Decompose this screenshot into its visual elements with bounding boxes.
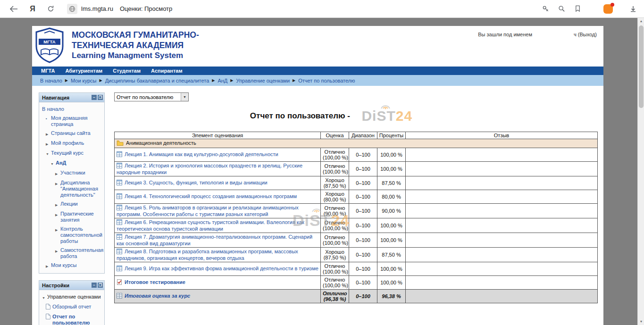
yandex-browser-icon[interactable]: Я <box>26 5 39 13</box>
feedback-cell <box>406 162 598 176</box>
grade-cell: Отлично(90,00 %) <box>321 204 349 218</box>
breadcrumb-link[interactable]: Отчет по пользователю <box>298 78 355 83</box>
percent-cell: 100,00 % <box>377 233 406 248</box>
grade-item-name-cell: Лекция 1. Анимация как вид культурно-дос… <box>115 148 321 162</box>
grade-item-link[interactable]: Итоговое тестирование <box>125 279 185 285</box>
sidebar-item-label[interactable]: Дисциплина "Анимационная деятельность" <box>60 180 102 198</box>
dock-block-icon[interactable]: ❐ <box>98 283 103 288</box>
back-icon[interactable] <box>8 3 20 15</box>
navbar-item-1[interactable]: Абитуриентам <box>60 68 108 74</box>
percent-cell: 87,50 % <box>377 248 406 262</box>
sidebar-item-label[interactable]: Практические занятия <box>60 211 102 223</box>
hide-block-icon[interactable]: − <box>92 283 97 288</box>
grade-percent-paren: (100,00 %) <box>323 240 347 246</box>
grade-item-link[interactable]: Лекция 9. Игра как эффективная форма ани… <box>125 266 318 271</box>
breadcrumb-separator-icon: ▶ <box>65 78 68 83</box>
scroll-up-icon[interactable]: ▲ <box>638 18 644 25</box>
navigation-block-body: В начало▪Моя домашняя страница▶Страницы … <box>39 102 104 273</box>
breadcrumb-link[interactable]: Дисциплины бакалавриата и специалитета <box>105 78 209 83</box>
hide-block-icon[interactable]: − <box>92 95 97 100</box>
grade-cell: Отлично(100,00 %) <box>321 276 349 290</box>
navbar-item-0[interactable]: МГТА <box>36 68 60 74</box>
grade-item-row: Лекция 1. Анимация как вид культурно-дос… <box>115 148 598 162</box>
chevron-right-icon[interactable]: ▶ <box>55 248 60 254</box>
logout-link[interactable]: ч (Выход) <box>574 32 597 37</box>
chevron-down-icon[interactable]: ▼ <box>50 161 56 167</box>
grade-item-row: Лекция 5. Роль аниматоров в организации … <box>115 204 598 218</box>
sidebar-item-label[interactable]: В начало <box>42 106 64 112</box>
grade-item-link[interactable]: Лекция 1. Анимация как вид культурно-дос… <box>125 151 278 157</box>
breadcrumb-link[interactable]: Управление оценками <box>236 78 290 83</box>
grade-table-header: Элемент оценивания <box>115 132 321 139</box>
navbar-item-2[interactable]: Студентам <box>108 68 146 74</box>
chevron-right-icon[interactable]: ▶ <box>46 263 51 269</box>
sidebar-item-label[interactable]: Текущий курс <box>51 150 84 156</box>
download-icon[interactable] <box>627 3 639 15</box>
breadcrumb-link[interactable]: АнД <box>217 78 227 83</box>
grade-item-row: Лекция 9. Игра как эффективная форма ани… <box>115 262 598 276</box>
breadcrumb-link[interactable]: Мои курсы <box>71 78 96 83</box>
report-type-select[interactable]: Отчет по пользователю ▼ <box>114 92 189 101</box>
sidebar-item-label[interactable]: Отчет по пользователю <box>52 314 102 325</box>
grade-value: Отлично <box>323 220 347 225</box>
grade-item-name-cell: Лекция 6. Рекреационная сущность туристс… <box>115 218 321 233</box>
sidebar-item-label[interactable]: Обзорный отчет <box>52 304 91 310</box>
browser-window: Я lms.mgta.ru Оценки: Просмотр <box>0 0 644 325</box>
grade-item-link[interactable]: Итоговая оценка за курс <box>125 293 190 299</box>
sidebar-item-label[interactable]: Лекции <box>60 201 78 207</box>
chevron-right-icon[interactable]: ▶ <box>55 227 60 233</box>
grade-cell: Отлично(100,00 %) <box>321 162 349 176</box>
sidebar-item-label[interactable]: Страницы сайта <box>51 130 91 136</box>
sidebar-item-label[interactable]: Мой профиль <box>51 140 84 146</box>
scroll-down-icon[interactable]: ▼ <box>638 318 644 325</box>
grade-item-link[interactable]: Лекция 8. Подготовка и разработка анимац… <box>117 249 298 261</box>
grade-percent-paren: (96,38 %) <box>323 296 347 302</box>
grade-item-link[interactable]: Лекция 7. Драматургия анимационно-театра… <box>117 234 312 246</box>
chevron-right-icon[interactable]: ▶ <box>55 171 60 177</box>
percent-cell: 100,00 % <box>377 276 406 290</box>
notification-icon[interactable] <box>603 4 613 14</box>
sidebar-item-label[interactable]: Самостоятельная работа <box>60 247 103 259</box>
grade-item-link[interactable]: Лекция 5. Роль аниматоров в организации … <box>117 205 299 217</box>
chevron-right-icon[interactable]: ▶ <box>46 141 51 147</box>
range-cell: 0–100 <box>349 218 377 233</box>
mgta-crest-logo: МГТА <box>35 27 64 65</box>
address-url[interactable]: lms.mgta.ru <box>81 5 113 12</box>
dock-block-icon[interactable]: ❐ <box>98 95 103 100</box>
sidebar-item: ▶Контроль самостоятельной работы <box>40 225 103 246</box>
sidebar-item-label[interactable]: Моя домашняя страница <box>51 115 102 127</box>
chevron-right-icon[interactable]: ▶ <box>46 131 51 137</box>
sidebar-item: ▶Мои курсы <box>40 261 103 271</box>
password-key-icon[interactable] <box>539 3 552 15</box>
percent-cell: 87,50 % <box>377 176 406 190</box>
grade-value: Хорошо <box>323 177 347 183</box>
chevron-right-icon[interactable]: ▶ <box>55 202 60 208</box>
navbar-item-3[interactable]: Аспирантам <box>146 68 187 74</box>
grade-value: Отлично <box>323 205 347 211</box>
bookmark-flag-icon[interactable] <box>571 3 584 15</box>
grade-item-link[interactable]: Лекция 4. Технологический процесс создан… <box>125 193 297 199</box>
report-select-value: Отчет по пользователю <box>115 94 181 100</box>
main-content: Отчет по пользователю ▼ Отчет по пользов… <box>105 92 603 303</box>
scrollbar-thumb[interactable] <box>639 25 644 108</box>
grade-value: Хорошо <box>323 249 347 255</box>
search-icon[interactable] <box>555 3 568 15</box>
refresh-icon[interactable] <box>44 3 57 15</box>
grade-percent-paren: (100,00 %) <box>323 169 347 175</box>
chevron-down-icon[interactable]: ▼ <box>42 295 47 301</box>
chevron-right-icon[interactable]: ▶ <box>55 212 60 218</box>
sidebar-item-label[interactable]: Мои курсы <box>51 262 76 268</box>
chevron-down-icon[interactable]: ▼ <box>46 151 51 157</box>
grade-item-link[interactable]: Лекция 6. Рекреационная сущность туристс… <box>117 219 304 232</box>
sidebar-item-label[interactable]: АнД <box>56 160 66 166</box>
sidebar-item-label[interactable]: Контроль самостоятельной работы <box>60 226 102 244</box>
page-scrollbar[interactable]: ▲ ▼ <box>637 18 644 325</box>
notification-badge <box>611 3 614 7</box>
breadcrumb-link[interactable]: В начало <box>40 78 62 83</box>
site-card: МГТА МОСКОВСКАЯ ГУМАНИТАРНО- ТЕХНИЧЕСКАЯ… <box>32 26 603 325</box>
grade-item-link[interactable]: Лекция 2. История и хронология массовых … <box>117 163 302 175</box>
grade-item-link[interactable]: Лекция 3. Сущность, функция, типология и… <box>125 180 268 185</box>
feedback-cell <box>406 204 598 218</box>
sidebar-item-label[interactable]: Участники <box>60 170 85 176</box>
chevron-right-icon[interactable]: ▶ <box>55 181 60 187</box>
